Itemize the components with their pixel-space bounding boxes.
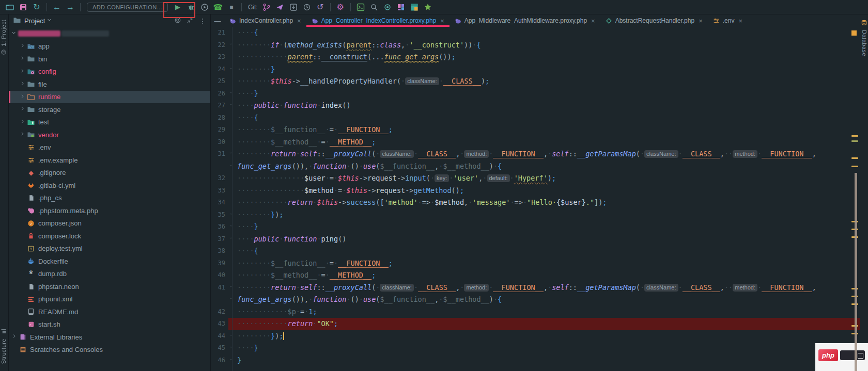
line-number[interactable]: 40 [211, 269, 228, 282]
tree-item-bin[interactable]: bin [9, 53, 210, 66]
history-icon[interactable] [301, 2, 313, 13]
git-update-icon[interactable] [288, 2, 299, 13]
terminal-icon[interactable] [355, 2, 366, 13]
tree-item-file[interactable]: file [9, 78, 210, 91]
tab-abstractrequesthandler-php[interactable]: AbstractRequestHandler.php× [600, 14, 708, 27]
chevron-right-icon[interactable] [20, 56, 27, 62]
tool-button-structure[interactable]: Structure [1, 327, 7, 364]
chevron-right-icon[interactable] [20, 81, 27, 87]
hide-tabs-icon[interactable]: — [211, 14, 224, 27]
line-number[interactable] [211, 160, 228, 173]
warning-stripe-mark[interactable] [851, 157, 858, 159]
tree-item-test[interactable]: test [9, 116, 210, 129]
line-number[interactable]: 28 [211, 112, 228, 124]
debug-icon[interactable] [185, 2, 197, 13]
run-icon[interactable]: ▶ [172, 2, 183, 13]
tree-item--phpstorm-meta-php[interactable]: .phpstorm.meta.php [9, 204, 210, 217]
warning-stripe-mark[interactable] [851, 166, 858, 167]
chevron-down-icon[interactable] [11, 30, 18, 37]
line-number[interactable]: 36 [211, 221, 228, 233]
stop-icon[interactable]: ■ [226, 2, 237, 13]
coverage-icon[interactable] [199, 2, 210, 13]
chevron-right-icon[interactable] [11, 334, 19, 340]
rollback-icon[interactable]: ↺ [315, 2, 326, 13]
line-number[interactable]: 22 [211, 39, 228, 52]
line-number[interactable]: 26 [211, 88, 228, 100]
tree-item-vendor[interactable]: vendor [9, 128, 210, 141]
tab-app-controller-indexcontroller-proxy-php[interactable]: App_Controller_IndexController.proxy.php… [306, 14, 450, 27]
tree-item-storage[interactable]: storage [9, 103, 210, 116]
chevron-right-icon[interactable] [20, 119, 27, 125]
line-number[interactable]: 24 [211, 63, 228, 76]
line-number[interactable]: 38 [211, 245, 228, 257]
plugin-icon[interactable] [422, 2, 433, 13]
tree-item-deploy-test-yml[interactable]: Ydeploy.test.yml [9, 243, 210, 255]
line-number[interactable]: 46 [211, 354, 228, 367]
attach-phone-icon[interactable]: ☎ [212, 2, 224, 13]
tree-item-app[interactable]: </>app [9, 40, 210, 53]
line-number[interactable]: 30 [211, 136, 228, 149]
code-editor[interactable]: 21····{22········if·(method_exists(paren… [211, 27, 860, 371]
editor-scrollbar[interactable] [855, 173, 857, 371]
chevron-right-icon[interactable] [20, 94, 27, 100]
line-number[interactable]: 33 [211, 185, 228, 197]
tree-item-phpunit-xml[interactable]: phpunit.xml [9, 293, 210, 306]
tab-indexcontroller-php[interactable]: IndexController.php× [224, 14, 306, 27]
tree-item-dockerfile[interactable]: Dockerfile [9, 255, 210, 268]
line-number[interactable]: 31 [211, 148, 228, 160]
panel-options-kebab-icon[interactable]: ⋮ [199, 17, 206, 25]
tree-item-composer-lock[interactable]: composer.lock [9, 230, 210, 243]
tab-app-middleware-authmiddleware-proxy-php[interactable]: App_Middleware_AuthMiddleware.proxy.php× [450, 14, 600, 27]
tree-item-start-sh[interactable]: >_start.sh [9, 318, 210, 331]
tool-button-project[interactable]: 1: Project [1, 20, 7, 57]
tree-item--gitignore[interactable]: ◆.gitignore [9, 167, 210, 180]
chevron-right-icon[interactable] [20, 69, 27, 75]
line-number[interactable]: 43 [211, 318, 228, 330]
close-tab-icon[interactable]: × [591, 17, 595, 25]
line-number[interactable]: 32 [211, 172, 228, 185]
sync-icon[interactable]: ↻ [31, 2, 42, 13]
line-number[interactable]: 35 [211, 209, 228, 221]
tree-item-project-root[interactable] [9, 27, 210, 40]
tool-button-database[interactable]: Database [861, 19, 867, 56]
locate-icon[interactable] [382, 2, 393, 13]
warning-stripe-mark[interactable] [851, 140, 858, 142]
line-number[interactable]: 39 [211, 257, 228, 270]
tab--env[interactable]: .env× [708, 14, 748, 27]
settings-gear-icon[interactable]: ⚙ [335, 2, 346, 13]
run-configuration-select[interactable]: ADD CONFIGURATION... [87, 3, 168, 12]
close-tab-icon[interactable]: × [699, 17, 703, 25]
chevron-right-icon[interactable] [20, 106, 27, 112]
editor-area[interactable]: — IndexController.php×App_Controller_Ind… [211, 14, 860, 371]
close-tab-icon[interactable]: × [440, 17, 444, 25]
save-all-icon[interactable] [18, 2, 29, 13]
git-branch-icon[interactable] [261, 2, 272, 13]
line-number[interactable]: 41 [211, 282, 228, 294]
ui-grid-icon[interactable] [395, 2, 407, 13]
warning-stripe-mark[interactable] [851, 135, 858, 137]
line-number[interactable]: 25 [211, 75, 228, 88]
line-number[interactable]: 45 [211, 342, 228, 354]
search-icon[interactable] [368, 2, 380, 13]
chevron-right-icon[interactable] [20, 43, 27, 50]
chevron-down-icon[interactable] [47, 17, 53, 26]
close-tab-icon[interactable]: × [297, 17, 301, 25]
line-number[interactable]: 29 [211, 124, 228, 136]
tree-item--env-example[interactable]: .env.example [9, 154, 210, 167]
chevron-right-icon[interactable] [20, 132, 27, 138]
line-number[interactable]: 42 [211, 306, 228, 318]
line-number[interactable]: 27 [211, 100, 228, 112]
line-number[interactable]: 44 [211, 330, 228, 343]
close-tab-icon[interactable]: × [738, 17, 742, 25]
forward-icon[interactable]: → [65, 2, 76, 13]
line-number[interactable] [211, 294, 228, 306]
tree-item-readme-md[interactable]: README.md [9, 305, 210, 318]
line-number[interactable]: 21 [211, 27, 228, 39]
tree-item--env[interactable]: .env [9, 141, 210, 154]
tree-item-composer-json[interactable]: ♪composer.json [9, 217, 210, 230]
stripe-square-mark[interactable] [851, 30, 857, 36]
tree-item-scratches-and-consoles[interactable]: Scratches and Consoles [9, 344, 210, 357]
line-number[interactable]: 34 [211, 197, 228, 209]
tree-item-dump-rdb[interactable]: *dump.rdb [9, 268, 210, 281]
line-number[interactable]: 37 [211, 233, 228, 246]
